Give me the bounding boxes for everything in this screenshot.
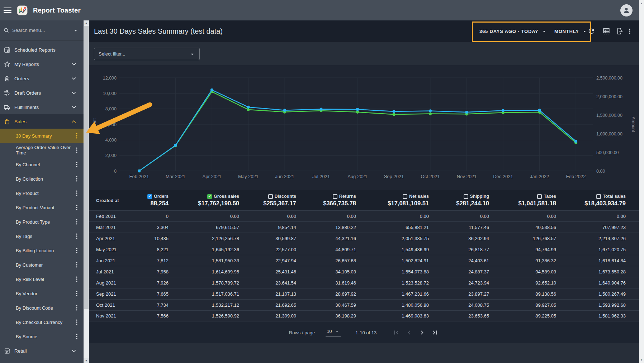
unchecked-checkbox[interactable] (403, 194, 407, 199)
sidebar-subitem-by-collection[interactable]: By Collection (0, 172, 84, 186)
chart-point-orders[interactable] (574, 140, 577, 143)
chart-point-orders[interactable] (392, 110, 395, 113)
kebab-menu-icon[interactable] (76, 175, 78, 182)
unchecked-checkbox[interactable] (537, 194, 542, 199)
row-value: 89,138.56 (489, 291, 556, 297)
sidebar-item-orders[interactable]: Orders (0, 71, 84, 86)
scroll-down-arrow-icon[interactable]: ▼ (639, 357, 644, 362)
first-page-button[interactable] (392, 329, 400, 336)
svg-text:Feb 2022: Feb 2022 (566, 174, 586, 179)
chart-point-orders[interactable] (247, 106, 250, 109)
rows-per-page-select[interactable]: 10 (326, 329, 340, 337)
table-view-icon[interactable] (602, 27, 610, 35)
sidebar-subitem-label: 30 Day Summary (16, 133, 72, 139)
hamburger-menu-icon[interactable] (4, 6, 11, 14)
kebab-menu-icon[interactable] (76, 333, 78, 340)
chart-point-gross-sales[interactable] (429, 112, 432, 115)
chart-point-orders[interactable] (356, 108, 359, 111)
sidebar-item-draft-orders[interactable]: Draft Orders (0, 86, 84, 100)
chart-point-gross-sales[interactable] (392, 113, 395, 116)
more-options-kebab-icon[interactable] (628, 27, 632, 35)
sidebar-subitem-label: By Product Type (16, 219, 72, 225)
sidebar-subitem-by-customer[interactable]: By Customer (0, 258, 84, 272)
sidebar-item-scheduled-reports[interactable]: Scheduled Reports (0, 43, 84, 57)
chart-point-orders[interactable] (174, 144, 177, 147)
chart-point-orders[interactable] (465, 111, 468, 114)
sidebar-search[interactable]: Search menu... (0, 20, 84, 40)
row-value: 11,577.46 (429, 225, 489, 230)
next-page-button[interactable] (418, 329, 426, 336)
checked-checkbox[interactable]: ✓ (207, 194, 212, 199)
unchecked-checkbox[interactable] (596, 194, 601, 199)
checked-checkbox[interactable]: ✓ (147, 194, 152, 199)
unchecked-checkbox[interactable] (464, 194, 468, 199)
kebab-menu-icon[interactable] (76, 276, 78, 283)
chart-point-orders[interactable] (429, 109, 432, 112)
sidebar-subitem-30-day-summary[interactable]: 30 Day Summary (0, 129, 84, 143)
page-scrollbar[interactable]: ▲ ▼ (639, 0, 644, 363)
table-summary-header: Created at ✓Orders88,254✓Gross sales$17,… (89, 190, 639, 210)
granularity-select[interactable]: MONTHLY (554, 20, 587, 42)
row-value: 23,653.65 (429, 313, 489, 319)
scroll-up-arrow-icon[interactable]: ▲ (639, 1, 644, 6)
kebab-menu-icon[interactable] (76, 204, 78, 211)
sidebar-subitem-label: By Source (16, 334, 72, 339)
sidebar-subitem-by-billing-location[interactable]: By Billing Location (0, 243, 84, 258)
chart-point-orders[interactable] (538, 109, 541, 112)
sidebar-subitem-by-channel[interactable]: By Channel (0, 157, 84, 172)
kebab-menu-icon[interactable] (76, 233, 78, 240)
kebab-menu-icon[interactable] (76, 290, 78, 297)
chart-point-orders[interactable] (138, 169, 141, 172)
unchecked-checkbox[interactable] (333, 194, 337, 199)
sidebar-item-sales[interactable]: Sales (0, 114, 84, 129)
last-page-button[interactable] (431, 329, 439, 336)
row-period: Mar 2021 (96, 225, 139, 230)
sidebar-subitem-by-vendor[interactable]: By Vendor (0, 286, 84, 301)
row-value: 1,580,267.49 (556, 291, 626, 297)
sidebar-subitem-by-product-variant[interactable]: By Product Variant (0, 200, 84, 215)
filter-select[interactable]: Select filter... (94, 48, 200, 60)
sidebar-subitem-by-checkout-currency[interactable]: By Checkout Currency (0, 315, 84, 329)
sidebar-subitem-by-product[interactable]: By Product (0, 186, 84, 200)
kebab-menu-icon[interactable] (76, 261, 78, 268)
kebab-menu-icon[interactable] (76, 161, 78, 168)
kebab-menu-icon[interactable] (76, 218, 78, 225)
sidebar-subitem-by-source[interactable]: By Source (0, 329, 84, 344)
previous-page-button[interactable] (405, 329, 413, 336)
scroll-up-arrow-icon[interactable]: ▲ (84, 20, 89, 25)
chart-point-orders[interactable] (319, 108, 322, 110)
sidebar-subitem-by-risk-level[interactable]: By Risk Level (0, 272, 84, 286)
sidebar-scrollbar[interactable]: ▲ ▼ (84, 20, 89, 363)
chart-point-orders[interactable] (210, 89, 213, 91)
kebab-menu-icon[interactable] (76, 132, 78, 139)
sidebar-subitem-by-discount-code[interactable]: By Discount Code (0, 301, 84, 315)
sidebar-scrollbar-thumb[interactable] (84, 26, 89, 309)
chart-point-orders[interactable] (502, 109, 505, 112)
sidebar-subitem-by-tags[interactable]: By Tags (0, 229, 84, 243)
svg-text:Sep 2021: Sep 2021 (384, 174, 404, 179)
unchecked-checkbox[interactable] (268, 194, 273, 199)
sidebar-item-retail[interactable]: Retail (0, 344, 84, 358)
sidebar-item-fulfillments[interactable]: Fulfillments (0, 100, 84, 114)
row-value: 23,897.27 (429, 291, 489, 297)
export-icon[interactable] (616, 27, 624, 35)
refresh-icon[interactable] (587, 27, 595, 35)
kebab-menu-icon[interactable] (76, 247, 78, 254)
chart-canvas: 02,0004,0006,0008,00010,00012,0000.00500… (89, 65, 639, 186)
kebab-menu-icon[interactable] (76, 190, 78, 197)
kebab-menu-icon[interactable] (76, 319, 78, 326)
kebab-menu-icon[interactable] (76, 147, 78, 154)
chart-point-orders[interactable] (283, 109, 286, 112)
row-value: 1,517,036.71 (169, 291, 239, 297)
scroll-down-arrow-icon[interactable]: ▼ (84, 358, 89, 363)
row-value: 36,198.29 (296, 313, 356, 319)
row-value: 1,581,950.33 (169, 258, 239, 263)
sidebar-subitem-average-order-value-over-time[interactable]: Average Order Value Over Time (0, 143, 84, 157)
sidebar-subitem-by-product-type[interactable]: By Product Type (0, 215, 84, 229)
date-range-select[interactable]: 365 DAYS AGO - TODAY (479, 20, 547, 42)
kebab-menu-icon[interactable] (76, 304, 78, 311)
user-avatar[interactable] (620, 4, 633, 16)
sidebar-item-my-reports[interactable]: My Reports (0, 57, 84, 71)
chart-point-gross-sales[interactable] (356, 111, 359, 114)
svg-text:Jun 2021: Jun 2021 (275, 174, 294, 179)
